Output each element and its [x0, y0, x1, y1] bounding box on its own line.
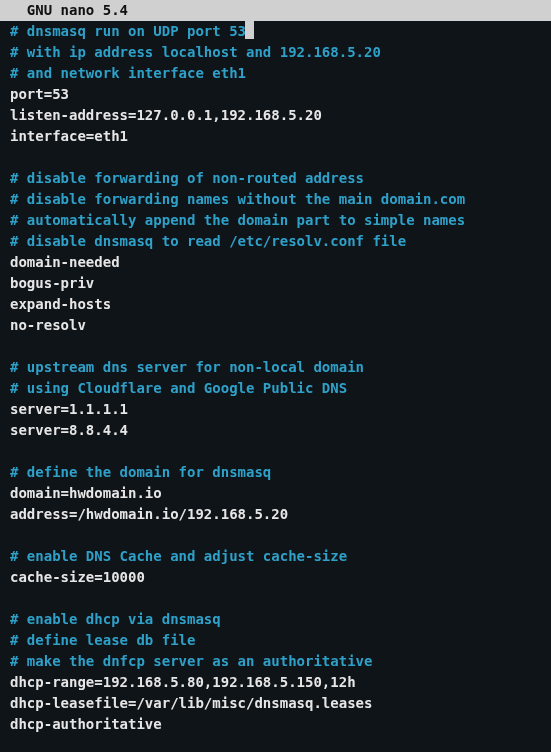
editor-line[interactable]: # define the domain for dnsmasq [10, 462, 541, 483]
editor-line[interactable]: server=8.8.4.4 [10, 420, 541, 441]
editor-line[interactable]: # upstream dns server for non-local doma… [10, 357, 541, 378]
editor-line[interactable]: # using Cloudflare and Google Public DNS [10, 378, 541, 399]
editor-line[interactable]: # disable dnsmasq to read /etc/resolv.co… [10, 231, 541, 252]
editor-line[interactable] [10, 336, 541, 357]
nano-text-buffer[interactable]: # dnsmasq run on UDP port 53# with ip ad… [0, 21, 551, 745]
editor-line[interactable]: domain=hwdomain.io [10, 483, 541, 504]
editor-line[interactable]: bogus-priv [10, 273, 541, 294]
editor-line[interactable]: port=53 [10, 84, 541, 105]
editor-line[interactable]: # dnsmasq run on UDP port 53 [10, 21, 541, 42]
editor-line[interactable]: interface=eth1 [10, 126, 541, 147]
editor-line[interactable]: dhcp-range=192.168.5.80,192.168.5.150,12… [10, 672, 541, 693]
editor-line[interactable]: domain-needed [10, 252, 541, 273]
editor-line[interactable]: address=/hwdomain.io/192.168.5.20 [10, 504, 541, 525]
editor-line[interactable] [10, 147, 541, 168]
editor-line[interactable]: # make the dnfcp server as an authoritat… [10, 651, 541, 672]
editor-line[interactable]: # enable dhcp via dnsmasq [10, 609, 541, 630]
nano-title-bar: GNU nano 5.4 [0, 0, 551, 21]
editor-line[interactable]: listen-address=127.0.0.1,192.168.5.20 [10, 105, 541, 126]
editor-line[interactable]: dhcp-leasefile=/var/lib/misc/dnsmasq.lea… [10, 693, 541, 714]
editor-line[interactable]: # and network interface eth1 [10, 63, 541, 84]
editor-line[interactable]: cache-size=10000 [10, 567, 541, 588]
editor-line[interactable]: # disable forwarding of non-routed addre… [10, 168, 541, 189]
editor-line[interactable]: expand-hosts [10, 294, 541, 315]
editor-line[interactable]: # with ip address localhost and 192.168.… [10, 42, 541, 63]
editor-line[interactable]: server=1.1.1.1 [10, 399, 541, 420]
editor-line[interactable]: # enable DNS Cache and adjust cache-size [10, 546, 541, 567]
editor-line[interactable]: dhcp-authoritative [10, 714, 541, 735]
editor-line[interactable]: # disable forwarding names without the m… [10, 189, 541, 210]
editor-line[interactable] [10, 525, 541, 546]
editor-line[interactable]: no-resolv [10, 315, 541, 336]
editor-line[interactable]: # define lease db file [10, 630, 541, 651]
text-cursor [245, 21, 254, 39]
editor-line[interactable] [10, 441, 541, 462]
editor-line[interactable] [10, 588, 541, 609]
editor-line[interactable]: # automatically append the domain part t… [10, 210, 541, 231]
